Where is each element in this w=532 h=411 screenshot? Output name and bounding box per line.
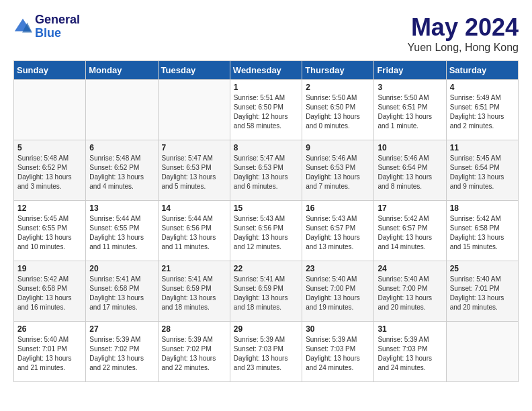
calendar-week-row: 19Sunrise: 5:42 AM Sunset: 6:58 PM Dayli… xyxy=(14,261,519,322)
day-info: Sunrise: 5:42 AM Sunset: 6:58 PM Dayligh… xyxy=(450,214,515,252)
calendar-week-row: 12Sunrise: 5:45 AM Sunset: 6:55 PM Dayli… xyxy=(14,201,519,261)
day-number: 10 xyxy=(378,143,442,152)
calendar-week-row: 1Sunrise: 5:51 AM Sunset: 6:50 PM Daylig… xyxy=(14,80,519,140)
day-number: 24 xyxy=(378,264,442,273)
day-number: 31 xyxy=(378,324,442,334)
day-info: Sunrise: 5:39 AM Sunset: 7:02 PM Dayligh… xyxy=(162,335,226,373)
day-info: Sunrise: 5:45 AM Sunset: 6:55 PM Dayligh… xyxy=(17,214,82,252)
day-info: Sunrise: 5:43 AM Sunset: 6:56 PM Dayligh… xyxy=(234,214,298,252)
weekday-header: Friday xyxy=(374,61,446,80)
day-number: 6 xyxy=(89,143,154,152)
day-number: 14 xyxy=(162,203,226,213)
calendar-week-row: 5Sunrise: 5:48 AM Sunset: 6:52 PM Daylig… xyxy=(14,140,519,201)
weekday-header: Sunday xyxy=(14,61,86,80)
calendar-cell: 1Sunrise: 5:51 AM Sunset: 6:50 PM Daylig… xyxy=(230,80,302,140)
logo: General Blue xyxy=(13,13,80,40)
day-info: Sunrise: 5:40 AM Sunset: 7:01 PM Dayligh… xyxy=(17,335,82,373)
day-number: 2 xyxy=(306,83,370,92)
calendar-header-row: SundayMondayTuesdayWednesdayThursdayFrid… xyxy=(14,61,519,80)
calendar-cell: 29Sunrise: 5:39 AM Sunset: 7:03 PM Dayli… xyxy=(230,322,302,382)
calendar-week-row: 26Sunrise: 5:40 AM Sunset: 7:01 PM Dayli… xyxy=(14,322,519,382)
calendar-cell: 17Sunrise: 5:42 AM Sunset: 6:57 PM Dayli… xyxy=(374,201,446,261)
calendar-cell: 31Sunrise: 5:39 AM Sunset: 7:03 PM Dayli… xyxy=(374,322,446,382)
day-number: 17 xyxy=(378,203,442,213)
day-info: Sunrise: 5:43 AM Sunset: 6:57 PM Dayligh… xyxy=(306,214,370,252)
calendar-cell: 10Sunrise: 5:46 AM Sunset: 6:54 PM Dayli… xyxy=(374,140,446,201)
day-info: Sunrise: 5:40 AM Sunset: 7:00 PM Dayligh… xyxy=(378,275,442,312)
location-subtitle: Yuen Long, Hong Kong xyxy=(408,42,519,54)
day-info: Sunrise: 5:48 AM Sunset: 6:52 PM Dayligh… xyxy=(89,154,154,191)
day-number: 30 xyxy=(306,324,370,334)
day-number: 7 xyxy=(162,143,226,152)
calendar-cell: 7Sunrise: 5:47 AM Sunset: 6:53 PM Daylig… xyxy=(158,140,230,201)
day-number: 4 xyxy=(450,83,515,92)
day-number: 12 xyxy=(17,203,82,213)
day-info: Sunrise: 5:41 AM Sunset: 6:58 PM Dayligh… xyxy=(89,275,154,312)
calendar-cell: 12Sunrise: 5:45 AM Sunset: 6:55 PM Dayli… xyxy=(14,201,86,261)
day-info: Sunrise: 5:48 AM Sunset: 6:52 PM Dayligh… xyxy=(17,154,82,191)
calendar-cell xyxy=(446,322,518,382)
day-info: Sunrise: 5:41 AM Sunset: 6:59 PM Dayligh… xyxy=(162,275,226,312)
day-info: Sunrise: 5:39 AM Sunset: 7:03 PM Dayligh… xyxy=(234,335,298,373)
logo-text: General Blue xyxy=(35,13,80,40)
day-number: 13 xyxy=(89,203,154,213)
day-number: 1 xyxy=(234,83,298,92)
weekday-header: Monday xyxy=(86,61,158,80)
calendar-cell: 5Sunrise: 5:48 AM Sunset: 6:52 PM Daylig… xyxy=(14,140,86,201)
day-info: Sunrise: 5:39 AM Sunset: 7:03 PM Dayligh… xyxy=(378,335,442,373)
day-info: Sunrise: 5:41 AM Sunset: 6:59 PM Dayligh… xyxy=(234,275,298,312)
weekday-header: Saturday xyxy=(446,61,518,80)
day-info: Sunrise: 5:42 AM Sunset: 6:57 PM Dayligh… xyxy=(378,214,442,252)
page-header: General Blue May 2024 Yuen Long, Hong Ko… xyxy=(13,13,519,54)
day-info: Sunrise: 5:39 AM Sunset: 7:02 PM Dayligh… xyxy=(89,335,154,373)
day-info: Sunrise: 5:46 AM Sunset: 6:54 PM Dayligh… xyxy=(378,154,442,191)
calendar-cell: 13Sunrise: 5:44 AM Sunset: 6:55 PM Dayli… xyxy=(86,201,158,261)
day-number: 23 xyxy=(306,264,370,273)
calendar-cell: 16Sunrise: 5:43 AM Sunset: 6:57 PM Dayli… xyxy=(302,201,374,261)
calendar-cell: 30Sunrise: 5:39 AM Sunset: 7:03 PM Dayli… xyxy=(302,322,374,382)
day-number: 11 xyxy=(450,143,515,152)
calendar-cell: 18Sunrise: 5:42 AM Sunset: 6:58 PM Dayli… xyxy=(446,201,518,261)
day-info: Sunrise: 5:47 AM Sunset: 6:53 PM Dayligh… xyxy=(162,154,226,191)
day-info: Sunrise: 5:49 AM Sunset: 6:51 PM Dayligh… xyxy=(450,93,515,131)
calendar-body: 1Sunrise: 5:51 AM Sunset: 6:50 PM Daylig… xyxy=(14,80,519,382)
day-number: 5 xyxy=(17,143,82,152)
calendar-cell: 21Sunrise: 5:41 AM Sunset: 6:59 PM Dayli… xyxy=(158,261,230,322)
calendar-cell: 19Sunrise: 5:42 AM Sunset: 6:58 PM Dayli… xyxy=(14,261,86,322)
day-number: 19 xyxy=(17,264,82,273)
title-block: May 2024 Yuen Long, Hong Kong xyxy=(408,13,519,54)
calendar-cell: 27Sunrise: 5:39 AM Sunset: 7:02 PM Dayli… xyxy=(86,322,158,382)
calendar-cell xyxy=(158,80,230,140)
calendar-cell: 9Sunrise: 5:46 AM Sunset: 6:53 PM Daylig… xyxy=(302,140,374,201)
day-info: Sunrise: 5:40 AM Sunset: 7:01 PM Dayligh… xyxy=(450,275,515,312)
day-number: 16 xyxy=(306,203,370,213)
day-info: Sunrise: 5:45 AM Sunset: 6:54 PM Dayligh… xyxy=(450,154,515,191)
weekday-header: Tuesday xyxy=(158,61,230,80)
day-info: Sunrise: 5:42 AM Sunset: 6:58 PM Dayligh… xyxy=(17,275,82,312)
calendar-cell: 8Sunrise: 5:47 AM Sunset: 6:53 PM Daylig… xyxy=(230,140,302,201)
calendar-cell: 11Sunrise: 5:45 AM Sunset: 6:54 PM Dayli… xyxy=(446,140,518,201)
calendar-cell: 2Sunrise: 5:50 AM Sunset: 6:50 PM Daylig… xyxy=(302,80,374,140)
calendar-cell: 25Sunrise: 5:40 AM Sunset: 7:01 PM Dayli… xyxy=(446,261,518,322)
day-number: 9 xyxy=(306,143,370,152)
calendar-cell: 3Sunrise: 5:50 AM Sunset: 6:51 PM Daylig… xyxy=(374,80,446,140)
day-info: Sunrise: 5:40 AM Sunset: 7:00 PM Dayligh… xyxy=(306,275,370,312)
day-number: 29 xyxy=(234,324,298,334)
day-number: 26 xyxy=(17,324,82,334)
calendar-cell: 14Sunrise: 5:44 AM Sunset: 6:56 PM Dayli… xyxy=(158,201,230,261)
calendar-cell: 15Sunrise: 5:43 AM Sunset: 6:56 PM Dayli… xyxy=(230,201,302,261)
day-number: 18 xyxy=(450,203,515,213)
calendar-cell: 26Sunrise: 5:40 AM Sunset: 7:01 PM Dayli… xyxy=(14,322,86,382)
calendar-cell: 22Sunrise: 5:41 AM Sunset: 6:59 PM Dayli… xyxy=(230,261,302,322)
day-number: 25 xyxy=(450,264,515,273)
day-info: Sunrise: 5:44 AM Sunset: 6:55 PM Dayligh… xyxy=(89,214,154,252)
day-number: 27 xyxy=(89,324,154,334)
month-title: May 2024 xyxy=(408,13,519,42)
day-number: 8 xyxy=(234,143,298,152)
calendar-cell: 4Sunrise: 5:49 AM Sunset: 6:51 PM Daylig… xyxy=(446,80,518,140)
calendar-cell: 24Sunrise: 5:40 AM Sunset: 7:00 PM Dayli… xyxy=(374,261,446,322)
calendar-cell xyxy=(14,80,86,140)
weekday-header: Thursday xyxy=(302,61,374,80)
day-number: 15 xyxy=(234,203,298,213)
day-info: Sunrise: 5:46 AM Sunset: 6:53 PM Dayligh… xyxy=(306,154,370,191)
